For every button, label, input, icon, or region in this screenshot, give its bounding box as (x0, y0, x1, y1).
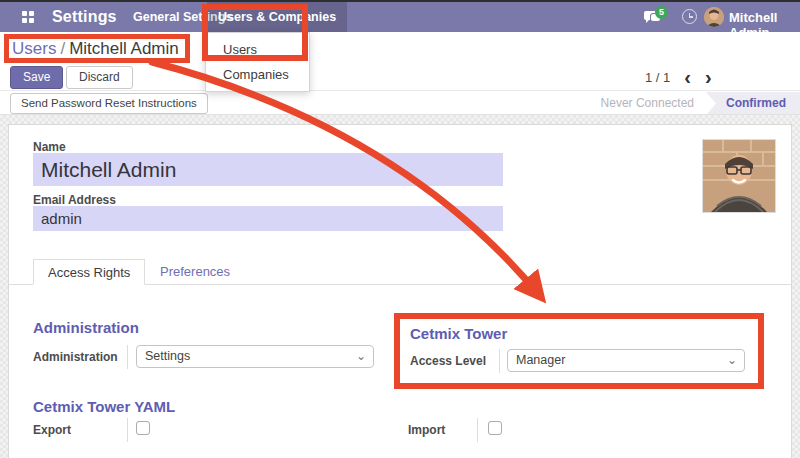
send-password-reset-button[interactable]: Send Password Reset Instructions (10, 93, 208, 114)
messages-count-badge: 5 (655, 6, 668, 19)
breadcrumb-current: Mitchell Admin (69, 39, 179, 58)
administration-select[interactable]: Settings ⌄ (136, 345, 374, 368)
export-checkbox[interactable] (136, 421, 150, 435)
administration-select-value: Settings (145, 349, 190, 363)
user-avatar-small[interactable] (704, 7, 724, 27)
email-input[interactable] (33, 206, 503, 231)
status-bar: Never Connected Confirmed (589, 92, 800, 115)
chevron-down-icon: ⌄ (727, 350, 737, 371)
breadcrumb: Users/Mitchell Admin (12, 39, 179, 59)
menu-users-companies[interactable]: Users & Companies (207, 2, 347, 32)
import-label: Import (408, 423, 445, 437)
divider (477, 418, 478, 442)
top-navbar: Settings General Settings Users & Compan… (0, 2, 800, 32)
dropdown-item-users[interactable]: Users (206, 37, 309, 62)
user-photo[interactable] (702, 139, 776, 213)
user-photo-image (703, 140, 775, 212)
access-level-select-value: Manager (516, 353, 565, 367)
activities-clock-icon[interactable] (682, 9, 697, 24)
chevron-down-icon: ⌄ (356, 346, 366, 367)
name-input[interactable] (33, 153, 503, 186)
access-level-select[interactable]: Manager ⌄ (507, 349, 745, 372)
import-checkbox[interactable] (488, 421, 502, 435)
breadcrumb-users-link[interactable]: Users (12, 39, 56, 58)
user-avatar-small-image (704, 7, 724, 27)
pager-prev-icon[interactable]: ‹ (684, 68, 691, 86)
access-level-label: Access Level (410, 354, 486, 368)
export-label: Export (33, 423, 71, 437)
divider (499, 349, 500, 373)
pager: 1 / 1 ‹ › (645, 68, 712, 86)
tab-preferences[interactable]: Preferences (146, 259, 244, 285)
status-never-connected[interactable]: Never Connected (589, 92, 706, 115)
name-label: Name (33, 140, 66, 154)
dropdown-item-companies[interactable]: Companies (206, 62, 309, 87)
cetmix-tower-group-title: Cetmix Tower (410, 325, 507, 342)
user-menu[interactable]: Mitchell Admin (729, 10, 800, 40)
tab-access-rights[interactable]: Access Rights (33, 259, 145, 285)
cetmix-tower-yaml-group-title: Cetmix Tower YAML (33, 398, 175, 415)
administration-field-label: Administration (33, 350, 118, 364)
discard-button[interactable]: Discard (66, 66, 133, 89)
breadcrumb-separator: / (56, 39, 69, 58)
divider (127, 418, 128, 442)
app-title: Settings (52, 8, 117, 26)
pager-next-icon[interactable]: › (705, 68, 712, 86)
divider (0, 90, 800, 91)
email-label: Email Address (33, 193, 116, 207)
divider (127, 345, 128, 369)
settings-window: Settings General Settings Users & Compan… (0, 0, 800, 458)
pager-value: 1 / 1 (645, 70, 670, 85)
save-button[interactable]: Save (10, 66, 63, 89)
status-confirmed[interactable]: Confirmed (706, 92, 800, 115)
administration-group-title: Administration (33, 319, 139, 336)
apps-grid-icon[interactable] (22, 11, 34, 23)
users-companies-dropdown: Users Companies (205, 32, 310, 92)
